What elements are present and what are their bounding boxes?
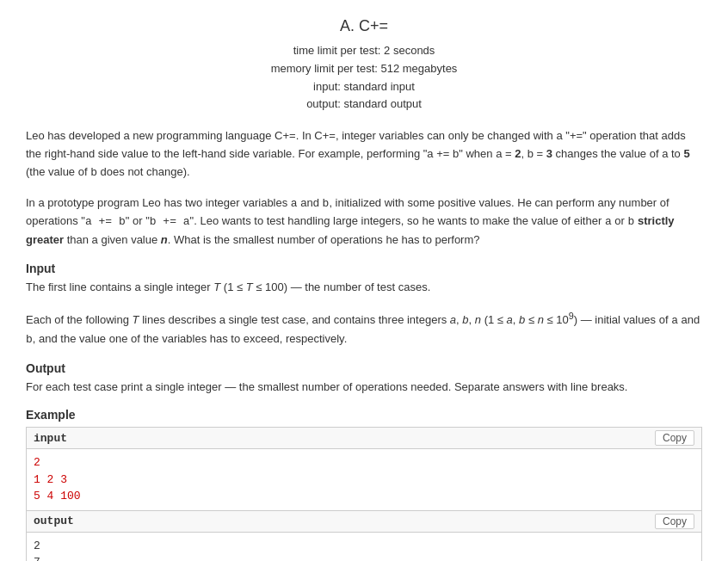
input-type: input: standard input — [26, 78, 702, 96]
input-description-1: The first line contains a single integer… — [26, 279, 702, 297]
input-block-header: input Copy — [27, 428, 701, 449]
output-type: output: standard output — [26, 96, 702, 114]
copy-input-button[interactable]: Copy — [655, 430, 694, 446]
paragraph-1: Leo has developed a new programming lang… — [26, 127, 702, 182]
input-block: input Copy 21 2 35 4 100 — [26, 427, 702, 511]
output-block-header: output Copy — [27, 511, 701, 533]
example-label: Example — [26, 408, 702, 422]
problem-meta: time limit per test: 2 seconds memory li… — [26, 42, 702, 114]
input-description-2: Each of the following T lines describes … — [26, 309, 702, 349]
output-section-title: Output — [26, 361, 702, 375]
paragraph-2: In a prototype program Leo has two integ… — [26, 194, 702, 250]
output-block: output Copy 27 — [26, 511, 702, 561]
output-block-label: output — [34, 515, 74, 527]
memory-limit: memory limit per test: 512 megabytes — [26, 60, 702, 78]
input-data: 21 2 35 4 100 — [27, 449, 701, 510]
input-section-title: Input — [26, 262, 702, 275]
input-block-label: input — [34, 432, 67, 445]
output-description: For each test case print a single intege… — [26, 379, 702, 397]
output-data: 27 — [27, 533, 701, 561]
time-limit: time limit per test: 2 seconds — [26, 42, 702, 60]
copy-output-button[interactable]: Copy — [655, 514, 694, 529]
page-title: A. C+= — [26, 17, 702, 35]
